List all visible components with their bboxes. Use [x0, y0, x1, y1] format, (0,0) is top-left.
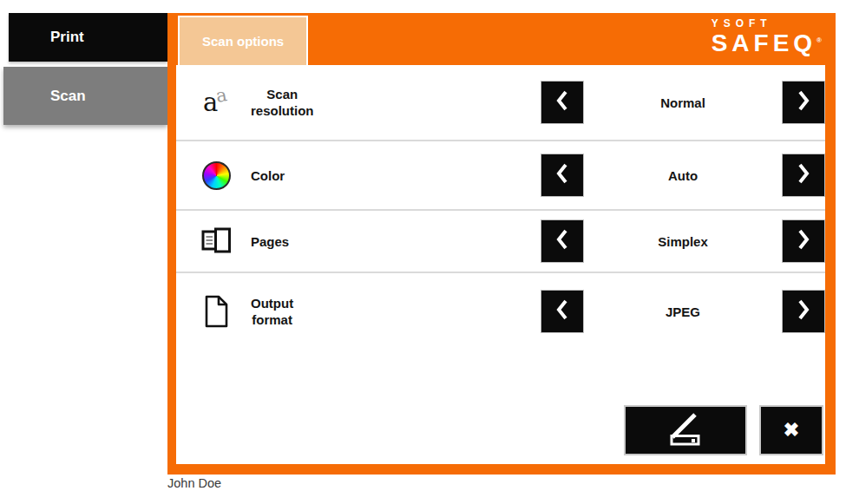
pages-value: Simplex	[584, 234, 782, 249]
chevron-left-icon	[555, 227, 569, 255]
output-format-prev-button[interactable]	[541, 290, 584, 333]
sidebar-item-scan-label: Scan	[50, 88, 86, 105]
registered-mark: ®	[816, 36, 822, 44]
sidebar-item-scan[interactable]: Scan	[3, 67, 167, 125]
color-next-button[interactable]	[782, 154, 825, 197]
color-value: Auto	[584, 168, 782, 183]
output-format-value: JPEG	[584, 304, 782, 319]
option-label: Color	[251, 167, 285, 184]
sidebar-item-print[interactable]: Print	[9, 13, 167, 62]
logo-line-safeq: SAFEQ®	[711, 31, 822, 56]
scan-resolution-next-button[interactable]	[782, 81, 825, 124]
tab-scan-options-label: Scan options	[202, 34, 284, 49]
option-label: Pages	[251, 233, 289, 250]
ysoft-safeq-logo: YSOFT SAFEQ®	[711, 18, 822, 56]
option-row-scan-resolution: aa Scan resolution Normal	[176, 65, 825, 141]
screen: Print Scan Scan options YSOFT SAFEQ® aa …	[0, 0, 859, 504]
start-scan-button[interactable]	[624, 405, 747, 455]
logged-in-user-name: John Doe	[167, 476, 221, 490]
tab-scan-options[interactable]: Scan options	[178, 16, 308, 65]
scanner-icon	[661, 409, 710, 451]
pages-icon	[199, 227, 233, 255]
option-label: Scan resolution	[251, 86, 314, 119]
sidebar-item-print-label: Print	[50, 29, 84, 46]
chevron-right-icon	[797, 161, 810, 189]
close-icon: ✖	[784, 419, 799, 442]
pages-prev-button[interactable]	[541, 219, 584, 263]
panel-content: aa Scan resolution Normal	[176, 65, 825, 464]
color-icon	[199, 161, 233, 190]
scan-resolution-icon: aa	[199, 90, 233, 115]
output-format-next-button[interactable]	[782, 290, 825, 333]
scan-options-panel: Scan options YSOFT SAFEQ® aa Scan resolu…	[167, 13, 836, 475]
color-prev-button[interactable]	[541, 154, 584, 197]
option-row-color: Color Auto	[176, 141, 825, 211]
panel-footer: ✖	[624, 405, 823, 455]
close-button[interactable]: ✖	[759, 405, 823, 455]
scan-resolution-prev-button[interactable]	[541, 81, 584, 124]
pages-next-button[interactable]	[782, 219, 825, 263]
chevron-right-icon	[797, 88, 810, 116]
option-row-pages: Pages Simplex	[176, 211, 825, 273]
logo-line-ysoft: YSOFT	[711, 18, 822, 29]
chevron-left-icon	[555, 88, 569, 116]
scan-resolution-value: Normal	[584, 95, 782, 110]
option-label: Output format	[251, 295, 293, 328]
option-row-output-format: Output format JPEG	[176, 273, 825, 350]
output-format-icon	[199, 295, 233, 328]
chevron-left-icon	[555, 161, 569, 189]
chevron-right-icon	[797, 227, 810, 255]
chevron-right-icon	[797, 298, 810, 325]
chevron-left-icon	[555, 298, 569, 325]
